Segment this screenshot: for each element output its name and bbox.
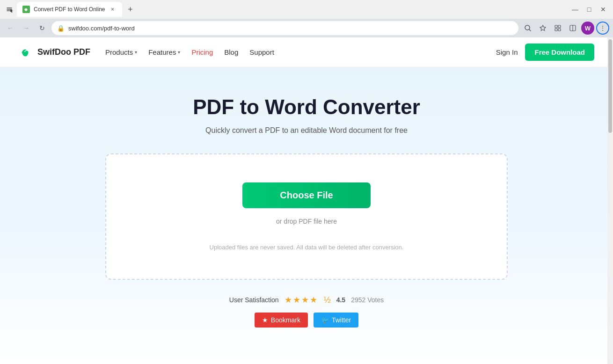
upload-box[interactable]: Choose File or drop PDF file here Upload… (105, 153, 508, 280)
header-actions: Sign In Free Download (496, 44, 594, 61)
tab-favicon (22, 6, 30, 13)
rating-number: 4.5 (336, 296, 345, 304)
back-button[interactable]: ← (4, 22, 17, 35)
reload-button[interactable]: ↻ (36, 22, 49, 35)
scrollbar-thumb (608, 39, 612, 133)
bookmark-star-button[interactable] (536, 22, 549, 35)
svg-rect-3 (558, 25, 561, 28)
logo-text: SwifDoo PDF (37, 47, 90, 57)
site-logo[interactable]: SwifDoo PDF (19, 45, 90, 60)
split-button[interactable] (566, 22, 579, 35)
half-star-icon: ½ (324, 295, 331, 305)
extensions-button[interactable] (551, 22, 564, 35)
secure-icon: 🔒 (57, 25, 65, 32)
close-window-button[interactable]: ✕ (597, 3, 609, 15)
address-bar-row: ← → ↻ 🔒 swifdoo.com/pdf-to-word (0, 19, 613, 37)
twitter-icon: 🐦 (321, 316, 329, 324)
search-icon-button[interactable] (521, 22, 534, 35)
twitter-button[interactable]: 🐦 Twitter (314, 313, 358, 328)
svg-rect-4 (555, 29, 557, 31)
toolbar-icons: W ⋮ (521, 22, 609, 35)
upload-area[interactable]: Choose File or drop PDF file here (125, 182, 488, 225)
svg-rect-5 (558, 29, 561, 31)
profile-button[interactable]: W (581, 22, 594, 35)
tab-title: Convert PDF to Word Online (34, 6, 105, 13)
window-controls: — □ ✕ (569, 3, 609, 15)
chevron-down-icon: ▾ (135, 50, 137, 55)
stars-icon: ★★★★ (285, 295, 318, 305)
satisfaction-row: User Satisfaction ★★★★½ 4.5 2952 Votes (9, 295, 604, 305)
browser-chrome: Convert PDF to Word Online × + — □ ✕ ← →… (0, 0, 613, 364)
nav-products[interactable]: Products ▾ (105, 48, 137, 56)
satisfaction-label: User Satisfaction (229, 296, 279, 304)
hero-subtitle: Quickly convert a PDF to an editable Wor… (9, 126, 604, 135)
hero-section: PDF to Word Converter Quickly convert a … (0, 67, 613, 364)
bookmark-button[interactable]: ★ Bookmark (255, 313, 308, 328)
free-download-button[interactable]: Free Download (525, 44, 594, 61)
page-content: SwifDoo PDF Products ▾ Features ▾ Pricin… (0, 37, 613, 364)
new-tab-button[interactable]: + (124, 3, 137, 16)
chevron-down-icon: ▾ (178, 50, 180, 55)
svg-rect-2 (555, 25, 557, 28)
nav-features[interactable]: Features ▾ (148, 48, 180, 56)
page-title: PDF to Word Converter (9, 95, 604, 119)
tab-list-button[interactable] (4, 4, 15, 15)
menu-button[interactable]: ⋮ (596, 22, 609, 35)
browser-scrollbar[interactable] (607, 37, 613, 364)
site-header: SwifDoo PDF Products ▾ Features ▾ Pricin… (0, 37, 613, 67)
social-buttons-row: ★ Bookmark 🐦 Twitter (9, 313, 604, 328)
nav-menu: Products ▾ Features ▾ Pricing Blog Suppo… (105, 48, 496, 56)
votes-text: 2952 Votes (351, 296, 384, 304)
choose-file-button[interactable]: Choose File (242, 182, 370, 208)
tab-close-button[interactable]: × (109, 6, 117, 13)
sign-in-link[interactable]: Sign In (496, 48, 518, 56)
address-text: swifdoo.com/pdf-to-word (68, 25, 513, 32)
address-bar[interactable]: 🔒 swifdoo.com/pdf-to-word (51, 21, 518, 35)
maximize-button[interactable]: □ (583, 3, 595, 15)
drop-text: or drop PDF file here (125, 218, 488, 225)
nav-blog[interactable]: Blog (224, 48, 238, 56)
forward-button[interactable]: → (20, 22, 33, 35)
nav-pricing[interactable]: Pricing (191, 48, 213, 56)
privacy-text: Uploaded files are never saved. All data… (125, 244, 488, 251)
nav-support[interactable]: Support (249, 48, 274, 56)
bookmark-icon: ★ (262, 316, 268, 324)
logo-icon (19, 45, 34, 60)
browser-tab[interactable]: Convert PDF to Word Online × (17, 2, 122, 17)
title-bar: Convert PDF to Word Online × + — □ ✕ (0, 0, 613, 19)
minimize-button[interactable]: — (569, 3, 581, 15)
